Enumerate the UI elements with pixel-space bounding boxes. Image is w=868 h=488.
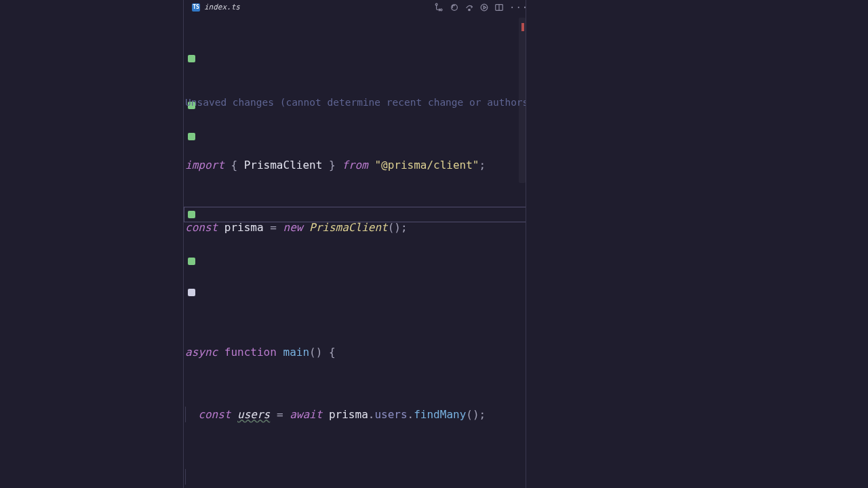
run-icon[interactable] [479, 3, 489, 12]
code-content[interactable]: Unsaved changes (cannot determine recent… [184, 15, 526, 488]
code-editor[interactable]: Unsaved changes (cannot determine recent… [184, 15, 526, 488]
more-icon[interactable]: ··· [509, 3, 519, 12]
editor-tabbar: TS index.ts [184, 0, 526, 15]
svg-point-0 [435, 3, 437, 5]
unsaved-changes-hint: Unsaved changes (cannot determine recent… [185, 95, 526, 110]
typescript-file-icon: TS [192, 3, 200, 12]
step-over-icon[interactable] [465, 3, 474, 12]
svg-point-1 [440, 9, 442, 11]
compare-changes-icon[interactable] [435, 3, 444, 12]
split-editor-icon[interactable] [494, 3, 504, 12]
editor-tab-index-ts[interactable]: TS index.ts [184, 0, 248, 15]
tab-title: index.ts [204, 3, 240, 12]
revert-icon[interactable] [450, 3, 459, 12]
editor-tab-actions: ··· [435, 3, 526, 12]
editor-group[interactable]: TS index.ts [183, 0, 526, 488]
svg-point-3 [469, 9, 470, 10]
